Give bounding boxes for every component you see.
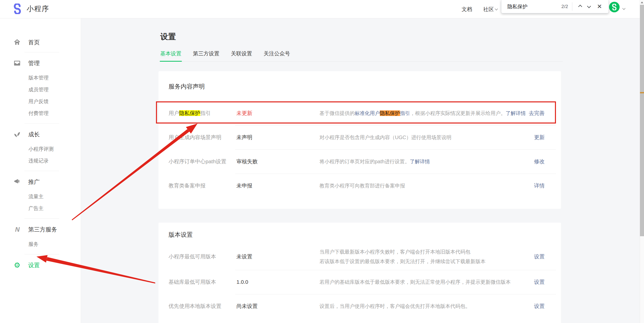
sidebar-item-首页[interactable]: 首页 <box>0 36 81 48</box>
chevron-down-icon <box>495 7 498 11</box>
row-action-link[interactable]: 设置 <box>534 278 545 286</box>
row-status: 未更新 <box>236 110 319 117</box>
find-next-button[interactable] <box>584 2 594 12</box>
row-label: 优先使用本地版本设置 <box>169 303 236 310</box>
text-fragment: 小程序订单中心path设置 <box>169 158 226 164</box>
row-label: 教育类备案申报 <box>169 182 236 189</box>
text-fragment: 优先使用本地版本设置 <box>169 303 221 309</box>
table-row: 用户生成内容场景声明未声明对小程序是否包含用户生成内容（UGC）进行使用场景说明… <box>158 125 561 149</box>
sidebar-subitem-广告主[interactable]: 广告主 <box>0 203 81 214</box>
table-row: 小程序最低可用版本未设置当用户下载最新版本小程序失败时，客户端会打开本地旧版本代… <box>158 243 561 270</box>
third-party-icon: N <box>13 226 22 233</box>
description-line: 当用户下载最新版本小程序失败时，客户端会打开本地旧版本代码包 <box>319 247 534 257</box>
tab-关联设置[interactable]: 关联设置 <box>231 50 252 57</box>
search-highlight-active: 隐私保护 <box>380 110 400 116</box>
table-row: 用户隐私保护指引未更新基于微信提供的标准化用户隐私保护指引，根据小程序实际情况更… <box>158 101 561 125</box>
row-description: 设置后，当用户使用小程序时，客户端会优先打开本地版本代码包。 <box>319 301 534 311</box>
row-action-link[interactable]: 设置 <box>534 303 545 310</box>
text-fragment: 基于微信提供的 <box>319 110 355 116</box>
megaphone-icon <box>13 178 22 186</box>
card-service-content: 服务内容声明 用户隐私保护指引未更新基于微信提供的标准化用户隐私保护指引，根据小… <box>158 71 561 209</box>
row-action-link[interactable]: 修改 <box>534 158 545 165</box>
find-match-marker <box>640 92 644 93</box>
sidebar-item-设置[interactable]: ⚙设置 <box>0 259 81 271</box>
text-fragment: 指引 <box>200 110 211 116</box>
inline-link[interactable]: 指引 <box>400 110 410 116</box>
sidebar-item-第三方服务[interactable]: N第三方服务 <box>0 224 81 235</box>
text-fragment: 小程序最低可用版本 <box>169 254 216 259</box>
sidebar-item-成长[interactable]: 成长 <box>0 129 81 140</box>
tab-bar: 基本设置第三方设置关联设置关注公众号 <box>160 50 563 62</box>
row-description: 对小程序是否包含用户生成内容（UGC）进行使用场景说明 <box>319 133 534 142</box>
scrollbar-thumb[interactable] <box>640 5 644 236</box>
sidebar-subitem-付费管理[interactable]: 付费管理 <box>0 107 81 119</box>
avatar[interactable] <box>609 2 620 12</box>
chevron-down-icon <box>587 4 591 8</box>
row-status: 尚未设置 <box>236 303 319 310</box>
tab-基本设置[interactable]: 基本设置 <box>160 50 181 57</box>
card-rows: 小程序最低可用版本未设置当用户下载最新版本小程序失败时，客户端会打开本地旧版本代… <box>158 243 561 318</box>
top-nav: 文档 社区 <box>462 0 498 18</box>
sidebar-subitem-流量主[interactable]: 流量主 <box>0 191 81 203</box>
description-line: 若该版本低于设置的最低版本要求，则无法打开，并继续尝试下载最新版本 <box>319 257 534 266</box>
nav-docs-link[interactable]: 文档 <box>462 6 472 13</box>
row-label: 用户生成内容场景声明 <box>169 134 236 141</box>
app-logo[interactable]: 小程序 <box>12 4 49 14</box>
row-status: 未申报 <box>236 182 319 189</box>
card-title: 服务内容声明 <box>158 71 561 91</box>
sidebar-divider <box>24 52 59 52</box>
inline-link[interactable]: 标准化用户 <box>355 110 380 116</box>
archive-box-icon <box>13 59 22 67</box>
page: 小程序 文档 社区 隐私保护 2/2 ✕ 首页管理版本管理成员管理用户反馈付费管… <box>0 0 644 323</box>
chevron-down-icon[interactable] <box>622 7 626 10</box>
sidebar-item-label: 推广 <box>28 178 40 186</box>
table-row: 教育类备案申报未申报教育类小程序可向教育部进行备案申报详情 <box>158 174 561 198</box>
miniprogram-avatar-icon <box>611 4 618 10</box>
sidebar-item-管理[interactable]: 管理 <box>0 57 81 69</box>
find-bar-divider <box>572 2 572 11</box>
row-action-link[interactable]: 详情 <box>534 182 545 189</box>
row-label: 小程序订单中心path设置 <box>169 158 236 165</box>
nav-community-link[interactable]: 社区 <box>483 6 498 13</box>
row-description: 若用户的基础库版本低于最低版本要求，则无法正常使用小程序，并提示更新微信版本 <box>319 277 534 287</box>
sidebar-item-label: 设置 <box>28 261 40 269</box>
sidebar-subitem-成员管理[interactable]: 成员管理 <box>0 84 81 96</box>
card-version-settings: 版本设置 小程序最低可用版本未设置当用户下载最新版本小程序失败时，客户端会打开本… <box>158 223 561 323</box>
text-fragment: ，根据小程序实际情况更新并展示给用户。 <box>410 110 506 116</box>
row-action-link[interactable]: 更新 <box>534 134 545 141</box>
sidebar-divider <box>24 123 59 124</box>
find-match-count: 2/2 <box>561 4 568 9</box>
find-previous-button[interactable] <box>574 2 584 12</box>
row-description: 当用户下载最新版本小程序失败时，客户端会打开本地旧版本代码包若该版本低于设置的最… <box>319 247 534 266</box>
tab-关注公众号[interactable]: 关注公众号 <box>264 50 290 57</box>
sidebar-subitem-小程序评测[interactable]: 小程序评测 <box>0 143 81 155</box>
scroll-up-arrow-icon[interactable] <box>641 2 643 3</box>
row-action-link[interactable]: 去完善 <box>529 110 545 117</box>
sidebar-subitem-用户反馈[interactable]: 用户反馈 <box>0 96 81 107</box>
sidebar-subitem-违规记录[interactable]: 违规记录 <box>0 155 81 167</box>
home-icon <box>13 38 22 46</box>
row-label: 基础库最低可用版本 <box>169 278 236 286</box>
sidebar-subitem-服务[interactable]: 服务 <box>0 238 81 250</box>
sprout-icon <box>13 131 22 138</box>
search-highlight: 隐私保护 <box>179 110 200 116</box>
inline-link[interactable]: 了解详情 <box>506 110 526 116</box>
inline-link[interactable]: 了解详情 <box>410 159 430 164</box>
row-description: 将小程序的订单页对应的path进行设置。了解详情 <box>319 157 534 166</box>
row-status: 未声明 <box>236 134 319 141</box>
scrollbar[interactable] <box>640 0 644 323</box>
find-bar: 隐私保护 2/2 ✕ <box>501 0 609 13</box>
sidebar-divider <box>24 218 59 219</box>
gear-icon: ⚙ <box>13 262 22 269</box>
row-status: 1.0.0 <box>236 279 319 285</box>
find-query-input[interactable]: 隐私保护 <box>507 3 561 10</box>
card-rows: 用户隐私保护指引未更新基于微信提供的标准化用户隐私保护指引，根据小程序实际情况更… <box>158 101 561 198</box>
sidebar-divider <box>24 171 59 171</box>
sidebar-subitem-版本管理[interactable]: 版本管理 <box>0 72 81 84</box>
find-close-button[interactable]: ✕ <box>594 2 605 12</box>
sidebar-item-推广[interactable]: 推广 <box>0 176 81 188</box>
tab-第三方设置[interactable]: 第三方设置 <box>193 50 219 57</box>
row-action-link[interactable]: 设置 <box>534 253 545 260</box>
description-line: 设置后，当用户使用小程序时，客户端会优先打开本地版本代码包。 <box>319 301 534 311</box>
close-icon: ✕ <box>597 4 602 10</box>
